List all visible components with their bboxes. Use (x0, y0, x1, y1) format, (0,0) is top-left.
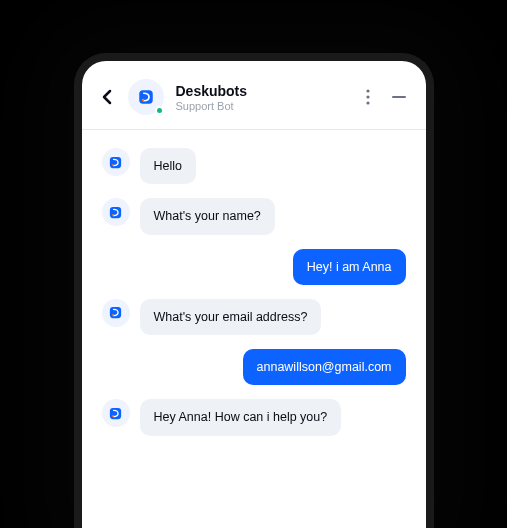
svg-point-7 (112, 164, 114, 166)
user-message: annawillson@gmail.com (243, 349, 406, 385)
more-button[interactable] (360, 89, 376, 105)
user-message: Hey! i am Anna (293, 249, 406, 285)
bot-message: What's your email address? (140, 299, 322, 335)
chat-body[interactable]: Hello What's your name? Hey! i am Anna (82, 130, 426, 436)
message-avatar (102, 198, 130, 226)
svg-rect-6 (110, 156, 121, 167)
svg-point-2 (366, 89, 369, 92)
message-avatar (102, 148, 130, 176)
message-row: Hello (102, 148, 406, 184)
bot-message: What's your name? (140, 198, 275, 234)
message-row: annawillson@gmail.com (102, 349, 406, 385)
svg-point-9 (112, 214, 114, 216)
svg-point-11 (112, 314, 114, 316)
bot-message: Hey Anna! How can i help you? (140, 399, 342, 435)
bot-logo-icon (108, 205, 123, 220)
svg-rect-12 (110, 408, 121, 419)
chat-header: Deskubots Support Bot (82, 61, 426, 130)
svg-rect-5 (392, 96, 406, 98)
message-row: Hey! i am Anna (102, 249, 406, 285)
message-row: What's your name? (102, 198, 406, 234)
message-row: What's your email address? (102, 299, 406, 335)
more-vertical-icon (366, 89, 370, 105)
chevron-left-icon (102, 89, 112, 105)
bot-logo-icon (108, 305, 123, 320)
message-row: Hey Anna! How can i help you? (102, 399, 406, 435)
bot-logo-icon (137, 88, 155, 106)
bot-message: Hello (140, 148, 197, 184)
svg-point-13 (112, 415, 114, 417)
chat-window: Deskubots Support Bot (74, 53, 434, 528)
svg-point-1 (141, 99, 143, 101)
bot-logo-icon (108, 406, 123, 421)
svg-rect-8 (110, 207, 121, 218)
svg-point-4 (366, 101, 369, 104)
header-actions (360, 89, 406, 105)
bot-logo-icon (108, 155, 123, 170)
back-button[interactable] (98, 88, 116, 106)
bot-name: Deskubots (176, 83, 348, 99)
minimize-button[interactable] (392, 90, 406, 104)
bot-avatar (128, 79, 164, 115)
status-online-icon (155, 106, 164, 115)
minimize-icon (392, 96, 406, 98)
svg-rect-0 (139, 90, 153, 104)
svg-rect-10 (110, 307, 121, 318)
message-avatar (102, 299, 130, 327)
svg-point-3 (366, 95, 369, 98)
bot-subtitle: Support Bot (176, 100, 348, 112)
message-avatar (102, 399, 130, 427)
header-title-block: Deskubots Support Bot (176, 83, 348, 112)
